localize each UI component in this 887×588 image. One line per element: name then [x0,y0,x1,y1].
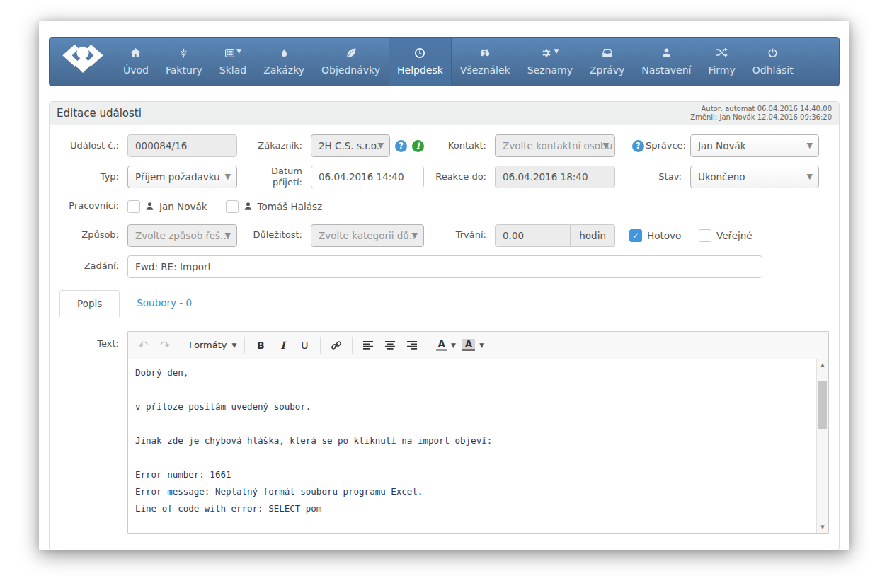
audit-info: Autor: automat 06.04.2016 14:40:00 Změni… [690,105,832,122]
nav-item-objednavky[interactable]: Objednávky [313,38,389,86]
chevron-down-icon: ▼ [479,342,484,349]
chevron-down-icon: ▼ [412,230,418,239]
editor-line [135,381,820,398]
scrollbar-thumb[interactable] [818,381,827,429]
modified-line: Změnil: Jan Novák 12.04.2016 09:36:20 [690,113,832,122]
editor-line [135,449,820,466]
align-center-button[interactable] [379,335,401,355]
brand-logo-icon [61,44,105,79]
text-row: Text: ↶ ↷ Formáty ▼ B I U [50,331,829,534]
undo-icon: ↶ [138,338,148,352]
nav-item-label: Nastavení [641,64,691,76]
worker-option: Jan Novák [127,200,207,213]
italic-button[interactable]: I [272,335,293,355]
tab-popis[interactable]: Popis [59,290,120,317]
type-select[interactable]: Příjem požadavku ▼ [127,166,237,188]
nav-item-uvod[interactable]: Úvod [115,38,157,86]
done-group: Hotovo [619,229,686,242]
importance-select[interactable]: Zvolte kategorii dů.. ▼ [311,224,424,247]
nav-item-helpdesk[interactable]: Helpdesk [389,38,452,86]
help-icon[interactable]: ? [632,140,644,152]
nav-item-label: Úvod [123,64,149,76]
background-color-icon: A [462,339,475,352]
worker-name: Tomáš Halász [258,201,323,212]
workers-list: Jan NovákTomáš Halász [127,200,819,213]
underline-button[interactable]: U [294,335,315,355]
app-window: ÚvodFaktury▼SkladZakázkyObjednávkyHelpde… [39,21,849,550]
author-line: Autor: automat 06.04.2016 14:40:00 [690,105,832,114]
chevron-down-icon: ▼ [225,172,231,181]
subject-field[interactable]: Fwd: RE: Import [127,255,762,278]
date-received-label: Datum přijetí: [241,166,307,189]
chevron-down-icon: ▼ [378,141,384,150]
nav-item-label: Všeználek [460,64,510,76]
event-number-label: Událost č.: [50,140,123,151]
customer-select[interactable]: 2H C.S. s.r.o. ▼ [311,134,390,157]
subject-label: Zadání: [50,260,123,272]
editor-line: Error number: 1661 [135,466,820,483]
react-by-label: Reakce do: [428,171,491,183]
nav-item-faktury[interactable]: Faktury [157,38,211,86]
rich-text-editor: ↶ ↷ Formáty ▼ B I U [127,331,829,534]
contact-select[interactable]: Zvolte kontaktní osobu ▼ [495,134,615,157]
worker-option: Tomáš Halász [226,200,323,213]
duration-field[interactable]: 0.00 [495,224,571,247]
home-icon [130,47,142,59]
editor-toolbar: ↶ ↷ Formáty ▼ B I U [128,332,828,359]
tab-bar: PopisSoubory - 0 [59,290,839,317]
nav-item-zpravy[interactable]: Zprávy [581,38,633,86]
scroll-up-button[interactable]: ▲ [817,359,828,371]
clock-icon [414,47,425,59]
event-edit-panel: Editace události Autor: automat 06.04.20… [49,101,840,550]
nav-item-firmy[interactable]: Firmy [699,38,743,86]
done-checkbox[interactable] [629,229,642,242]
editor-scrollbar[interactable]: ▲ ▼ [816,359,828,533]
app-logo[interactable] [54,38,115,86]
scroll-down-button[interactable]: ▼ [817,521,828,533]
text-color-button[interactable]: A ▼ [433,335,458,355]
editor-line: Error message: Neplatný formát souboru p… [135,483,820,500]
nav-item-label: Odhlásit [752,64,794,76]
react-by-field[interactable]: 06.04.2016 18:40 [495,166,615,188]
formats-dropdown[interactable]: Formáty ▼ [186,335,239,355]
event-number-field[interactable]: 000084/16 [127,134,237,157]
bold-button[interactable]: B [250,335,271,355]
panel-header: Editace události Autor: automat 06.04.20… [50,102,839,125]
importance-label: Důležitost: [241,229,307,241]
customer-field-group: 2H C.S. s.r.o. ▼ ? i [311,134,424,157]
date-received-field[interactable]: 06.04.2016 14:40 [311,166,424,188]
align-left-button[interactable] [357,335,379,355]
leaf-icon [345,47,357,59]
nav-item-vseznalek[interactable]: Všeználek [452,38,519,86]
inbox-icon [602,47,613,59]
editor-line [135,415,820,432]
worker-checkbox[interactable] [226,200,239,213]
editor-content-area[interactable]: Dobrý den,v příloze posílám uvedený soub… [128,359,828,533]
nav-item-sklad[interactable]: ▼Sklad [211,38,255,86]
align-right-button[interactable] [401,335,423,355]
manager-label: Správce: [646,140,686,151]
nav-item-nastaveni[interactable]: Nastavení [633,38,699,86]
text-color-icon: A [436,339,446,352]
public-checkbox[interactable] [699,229,711,242]
state-label: Stav: [619,171,686,183]
help-icon[interactable]: ? [395,140,407,152]
person-icon [244,202,253,211]
user-icon [661,47,672,59]
undo-button[interactable]: ↶ [132,335,154,355]
shuffle-icon [716,47,728,59]
manager-select[interactable]: Jan Novák ▼ [690,134,819,157]
nav-item-seznamy[interactable]: ▼Seznamy [519,38,581,86]
manager-label-group: ? Správce: [619,140,686,152]
worker-checkbox[interactable] [127,200,140,213]
info-icon[interactable]: i [412,140,424,152]
state-select[interactable]: Ukončeno ▼ [690,166,819,188]
method-select[interactable]: Zvolte způsob řeš... ▼ [127,224,237,247]
redo-button[interactable]: ↷ [154,335,176,355]
duration-label: Trvání: [428,229,491,241]
tab-soubory[interactable]: Soubory - 0 [120,290,209,317]
nav-item-zakazky[interactable]: Zakázky [255,38,313,86]
background-color-button[interactable]: A ▼ [459,335,487,355]
link-button[interactable] [326,335,347,355]
nav-item-odhlasit[interactable]: Odhlásit [744,38,802,86]
